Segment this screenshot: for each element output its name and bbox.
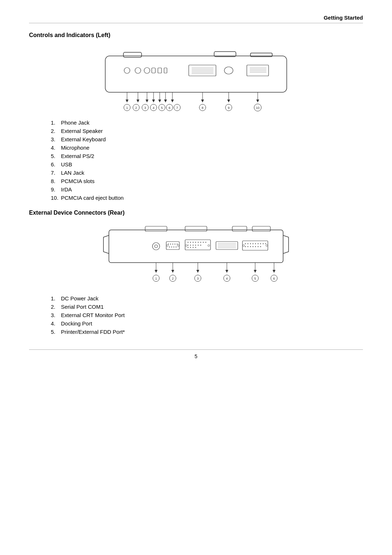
svg-point-110	[250, 243, 251, 244]
list-item: 5.External PS/2	[51, 153, 363, 159]
svg-marker-37	[201, 100, 204, 102]
list-item: 6.USB	[51, 161, 363, 167]
svg-marker-127	[155, 270, 158, 273]
svg-rect-65	[232, 226, 247, 231]
svg-text:4: 4	[152, 106, 154, 110]
svg-point-4	[124, 68, 130, 73]
svg-point-5	[135, 68, 141, 73]
svg-point-70	[168, 244, 169, 244]
svg-point-68	[155, 245, 158, 248]
svg-text:2: 2	[135, 106, 137, 110]
section2-list: 1.DC Power Jack 2.Serial Port COM1 3.Ext…	[51, 295, 363, 335]
svg-point-90	[188, 245, 188, 246]
svg-point-16	[224, 67, 233, 74]
svg-text:2: 2	[172, 277, 173, 280]
svg-point-124	[243, 245, 245, 247]
svg-marker-131	[196, 270, 199, 273]
svg-marker-41	[256, 100, 259, 102]
svg-point-117	[245, 246, 246, 247]
header-title: Getting Started	[324, 15, 363, 21]
svg-point-84	[193, 242, 193, 243]
svg-marker-35	[171, 100, 174, 102]
svg-point-109	[248, 243, 248, 244]
svg-text:1: 1	[155, 277, 157, 280]
svg-point-108	[245, 243, 246, 244]
svg-point-116	[265, 243, 266, 244]
svg-point-89	[205, 242, 206, 243]
list-item: 8.PCMCIA slots	[51, 178, 363, 184]
svg-text:1: 1	[126, 106, 128, 110]
svg-point-114	[260, 243, 261, 244]
svg-point-95	[200, 245, 201, 246]
section1-title: Controls and Indicators (Left)	[29, 32, 363, 39]
svg-rect-10	[189, 65, 216, 76]
svg-rect-7	[152, 68, 155, 73]
svg-point-120	[253, 246, 253, 247]
svg-text:3: 3	[144, 106, 146, 110]
section2-title: External Device Connectors (Rear)	[29, 210, 363, 216]
svg-marker-33	[164, 100, 167, 102]
svg-text:6: 6	[273, 277, 275, 280]
list-item: 2.External Speaker	[51, 128, 363, 134]
svg-point-115	[263, 243, 264, 244]
svg-point-91	[190, 245, 191, 246]
page-number: 5	[29, 353, 363, 359]
section1-list: 1.Phone Jack 2.External Speaker 3.Extern…	[51, 119, 363, 201]
svg-point-99	[195, 247, 196, 248]
svg-point-88	[203, 242, 204, 243]
svg-point-86	[198, 242, 199, 243]
svg-point-72	[172, 244, 173, 244]
svg-point-97	[190, 247, 191, 248]
svg-point-74	[177, 244, 177, 244]
svg-marker-23	[126, 100, 128, 102]
svg-marker-137	[273, 270, 275, 273]
svg-marker-135	[254, 270, 257, 273]
list-item: 2.Serial Port COM1	[51, 304, 363, 310]
svg-text:4: 4	[226, 277, 228, 280]
svg-marker-133	[225, 270, 228, 273]
svg-point-94	[198, 245, 199, 246]
svg-point-85	[195, 242, 196, 243]
svg-text:7: 7	[176, 106, 178, 110]
svg-marker-27	[146, 100, 148, 102]
svg-point-121	[255, 246, 256, 247]
svg-marker-129	[171, 270, 174, 273]
svg-point-101	[208, 245, 210, 247]
svg-rect-62	[109, 230, 283, 263]
svg-text:8: 8	[201, 106, 203, 110]
svg-rect-81	[185, 240, 211, 250]
list-item: 4.Docking Port	[51, 320, 363, 327]
svg-marker-25	[136, 100, 139, 102]
svg-point-73	[175, 244, 175, 244]
svg-rect-0	[105, 56, 287, 92]
svg-text:5: 5	[254, 277, 256, 280]
svg-point-67	[152, 243, 160, 250]
svg-point-79	[167, 245, 168, 247]
section-controls-left: Controls and Indicators (Left)	[29, 32, 363, 201]
list-item: 5.Printer/External FDD Port*	[51, 329, 363, 335]
list-item: 4.Microphone	[51, 145, 363, 151]
svg-text:10: 10	[256, 106, 260, 110]
page-header: Getting Started	[29, 15, 363, 21]
svg-point-83	[190, 242, 191, 243]
svg-point-100	[185, 245, 187, 247]
svg-marker-29	[152, 100, 155, 102]
svg-point-6	[144, 68, 150, 73]
list-item: 3.External Keyboard	[51, 136, 363, 142]
svg-rect-66	[252, 226, 270, 231]
list-item: 1.Phone Jack	[51, 119, 363, 126]
section-external-device: External Device Connectors (Rear)	[29, 210, 363, 335]
svg-marker-39	[227, 100, 230, 102]
svg-point-77	[173, 247, 174, 247]
svg-point-75	[169, 247, 170, 247]
svg-rect-63	[145, 226, 167, 231]
svg-point-118	[248, 246, 248, 247]
svg-text:9: 9	[228, 106, 229, 110]
svg-point-80	[177, 245, 179, 247]
svg-rect-1	[123, 52, 142, 57]
list-item: 7.LAN Jack	[51, 170, 363, 176]
svg-point-111	[253, 243, 253, 244]
svg-text:3: 3	[197, 277, 199, 280]
svg-rect-64	[185, 226, 207, 231]
bottom-divider	[29, 349, 363, 350]
